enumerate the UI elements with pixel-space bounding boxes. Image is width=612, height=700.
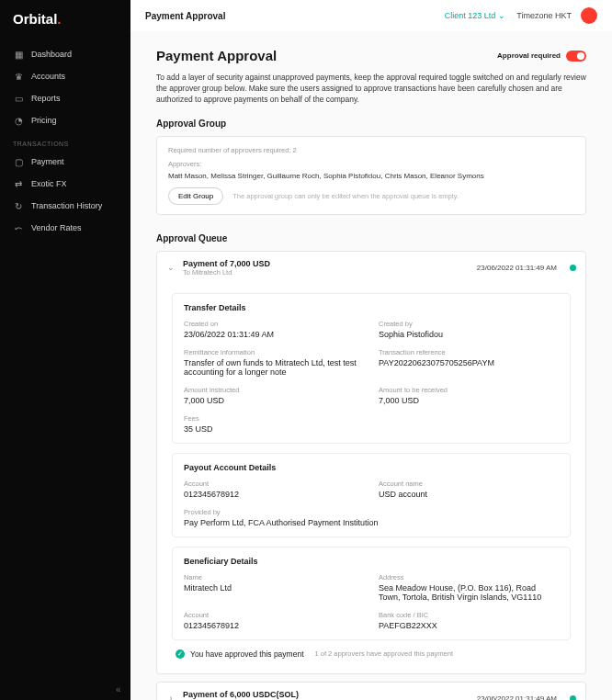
transfer-details-panel: Transfer Details Created on 23/06/2022 0… [172,293,571,444]
client-selector[interactable]: Client 123 Ltd ⌄ [445,11,506,20]
field-label: Amount instructed [184,386,364,394]
nav-exotic-fx[interactable]: ⇄ Exotic FX [0,173,130,195]
remittance-value: Transfer of own funds to Mitratech Ltd, … [184,358,364,377]
approved-note: 1 of 2 approvers have approved this paym… [315,649,454,658]
edit-group-button[interactable]: Edit Group [168,187,223,205]
field-label: Amount to be received [379,386,559,394]
field-label: Created by [379,320,559,328]
field-label: Transaction reference [379,348,559,356]
transfer-details-heading: Transfer Details [184,303,559,312]
field-label: Provided by [184,508,559,516]
field-label: Name [184,573,364,581]
nav-label: Transaction History [31,201,102,210]
page-title: Payment Approval [156,48,277,63]
approval-status-row: You have approved this payment 1 of 2 ap… [172,640,571,662]
created-by-value: Sophia Pistofidou [379,330,559,339]
client-name: Client 123 Ltd [445,11,496,20]
topbar: Payment Approval Client 123 Ltd ⌄ Timezo… [130,0,612,31]
nav-transaction-history[interactable]: ↻ Transaction History [0,195,130,217]
field-label: Address [379,573,559,581]
payout-heading: Payout Account Details [184,463,559,472]
helptext: To add a layer of security against unapp… [156,73,586,106]
content: Payment Approval Approval required To ad… [130,31,612,700]
field-label: Created on [184,320,364,328]
approvers-required-label: Required number of approvers required: 2 [168,146,574,154]
logo: Orbital. [0,11,130,43]
field-label: Account name [379,480,559,488]
received-value: 7,000 USD [379,396,559,405]
logo-dot: . [57,11,61,27]
nav-label: Payment [31,157,64,166]
reports-icon: ▭ [13,93,24,104]
status-dot-icon [570,265,576,271]
payment-icon: ▢ [13,156,24,167]
beneficiary-heading: Beneficiary Details [184,557,559,566]
queue-item: ⌄ Payment of 7,000 USD To Mitratech Ltd … [156,251,586,674]
chevron-down-icon: ⌄ [166,263,176,272]
beneficiary-panel: Beneficiary Details Name Mitratech Ltd A… [172,547,571,640]
nav-label: Exotic FX [31,179,67,188]
nav-reports[interactable]: ▭ Reports [0,87,130,109]
chevron-down-icon: ⌄ [498,11,505,20]
main: Payment Approval Client 123 Ltd ⌄ Timezo… [130,0,612,700]
nav-accounts[interactable]: ♛ Accounts [0,65,130,87]
payout-account-panel: Payout Account Details Account 012345678… [172,453,571,537]
nav-section-transactions: TRANSACTIONS [0,131,130,151]
nav-vendor-rates[interactable]: ⤺ Vendor Rates [0,217,130,239]
created-on-value: 23/06/2022 01:31:49 AM [184,330,364,339]
check-icon [176,649,185,659]
txref-value: PAY20220623075705256PAYM [379,358,559,367]
beneficiary-name: Mitratech Ltd [184,583,364,593]
queue-item-date: 23/06/2022 01:31:49 AM [477,694,557,700]
payout-account-name: USD account [379,490,559,499]
sidebar-collapse-icon[interactable]: « [116,684,121,694]
approvers-label: Approvers: [168,160,574,168]
dashboard-icon: ▦ [13,49,24,60]
edit-group-note: The approval group can only be edited wh… [232,192,459,200]
nav-pricing[interactable]: ◔ Pricing [0,109,130,131]
queue-item-date: 23/06/2022 01:31:49 AM [477,264,557,272]
approval-group-heading: Approval Group [156,119,586,129]
approvers-list: Matt Mason, Melissa Stringer, Guillaume … [168,172,574,180]
queue-item-body: Transfer Details Created on 23/06/2022 0… [157,293,585,673]
queue-item-header[interactable]: ⌄ Payment of 7,000 USD To Mitratech Ltd … [157,252,585,284]
queue-item-title: Payment of 6,000 USDC(SOL) [183,690,470,699]
nav-dashboard[interactable]: ▦ Dashboard [0,43,130,65]
approval-required-label: Approval required [497,51,561,60]
breadcrumb-title: Payment Approval [145,11,225,21]
field-label: Account [184,611,364,619]
payout-account-value: 012345678912 [184,490,364,499]
approved-text: You have approved this payment [190,649,304,659]
accounts-icon: ♛ [13,71,24,82]
approval-required-row: Approval required [497,51,586,62]
chevron-right-icon: › [166,694,176,700]
queue-item: › Payment of 6,000 USDC(SOL) To Internat… [156,682,586,700]
beneficiary-account: 012345678912 [184,621,364,630]
queue-item-title: Payment of 7,000 USD [183,259,470,268]
queue-item-header[interactable]: › Payment of 6,000 USDC(SOL) To Internat… [157,683,585,700]
field-label: Remittance information [184,348,364,356]
nav-label: Pricing [31,116,57,125]
nav-label: Vendor Rates [31,223,82,232]
beneficiary-address: Sea Meadow House, (P.O. Box 116), Road T… [379,583,559,602]
instructed-value: 7,000 USD [184,396,364,405]
pricing-icon: ◔ [13,115,24,126]
fees-value: 35 USD [184,424,364,434]
nav-label: Dashboard [31,50,72,59]
status-dot-icon [570,695,576,700]
nav-label: Reports [31,94,61,103]
field-label: Account [184,480,364,488]
nav-payment[interactable]: ▢ Payment [0,151,130,173]
approval-required-toggle[interactable] [566,51,586,62]
approval-queue-heading: Approval Queue [156,233,586,243]
vendor-rates-icon: ⤺ [13,222,24,233]
queue-item-sub: To Mitratech Ltd [183,268,470,277]
approval-group-card: Required number of approvers required: 2… [156,136,586,215]
field-label: Bank code / BIC [379,611,559,619]
timezone-label: Timezone HKT [516,11,572,20]
exotic-fx-icon: ⇄ [13,178,24,189]
beneficiary-bank: PAEFGB22XXX [379,621,559,630]
payout-provided-by: Pay Perform Ltd, FCA Authorised Payment … [184,518,559,527]
sidebar: Orbital. ▦ Dashboard ♛ Accounts ▭ Report… [0,0,130,700]
avatar[interactable] [581,7,597,24]
